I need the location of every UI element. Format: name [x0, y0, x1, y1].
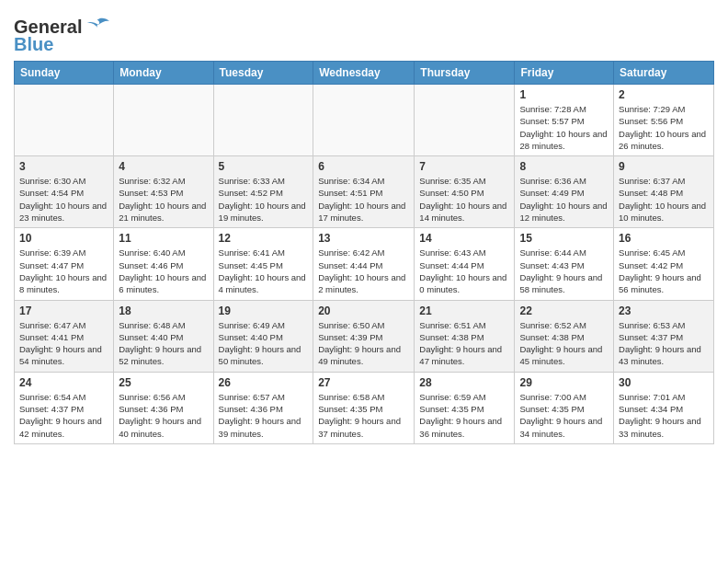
calendar-cell: 17Sunrise: 6:47 AMSunset: 4:41 PMDayligh… [15, 300, 114, 372]
day-number: 6 [318, 160, 409, 173]
day-number: 11 [119, 232, 208, 245]
calendar-cell: 5Sunrise: 6:33 AMSunset: 4:52 PMDaylight… [213, 156, 313, 228]
day-number: 23 [619, 304, 709, 317]
day-number: 17 [19, 304, 108, 317]
day-number: 22 [519, 304, 609, 317]
calendar-week-row: 24Sunrise: 6:54 AMSunset: 4:37 PMDayligh… [15, 372, 714, 443]
day-info: Sunrise: 7:28 AMSunset: 5:57 PMDaylight:… [519, 103, 609, 152]
calendar-week-row: 17Sunrise: 6:47 AMSunset: 4:41 PMDayligh… [15, 300, 714, 372]
calendar-cell [313, 85, 415, 156]
day-number: 29 [519, 376, 609, 389]
calendar-cell [114, 85, 213, 156]
day-number: 3 [19, 160, 108, 173]
day-number: 5 [219, 160, 309, 173]
day-number: 21 [419, 304, 509, 317]
header: General Blue [14, 9, 714, 55]
logo: General Blue [14, 17, 111, 55]
day-number: 14 [419, 232, 509, 245]
day-number: 10 [19, 232, 108, 245]
day-info: Sunrise: 6:50 AMSunset: 4:39 PMDaylight:… [318, 319, 409, 368]
calendar-cell: 2Sunrise: 7:29 AMSunset: 5:56 PMDaylight… [614, 85, 714, 156]
day-info: Sunrise: 6:41 AMSunset: 4:45 PMDaylight:… [219, 247, 309, 295]
day-info: Sunrise: 6:37 AMSunset: 4:48 PMDaylight:… [619, 175, 709, 224]
calendar-cell: 30Sunrise: 7:01 AMSunset: 4:34 PMDayligh… [614, 372, 714, 443]
day-number: 18 [119, 304, 208, 317]
day-number: 4 [119, 160, 208, 173]
day-info: Sunrise: 7:01 AMSunset: 4:34 PMDaylight:… [619, 391, 709, 440]
day-info: Sunrise: 6:47 AMSunset: 4:41 PMDaylight:… [19, 319, 108, 368]
calendar-cell [415, 85, 515, 156]
day-number: 13 [318, 232, 409, 245]
weekday-header-saturday: Saturday [614, 62, 714, 85]
day-number: 12 [219, 232, 309, 245]
weekday-header-tuesday: Tuesday [213, 62, 313, 85]
day-info: Sunrise: 6:52 AMSunset: 4:38 PMDaylight:… [519, 319, 609, 368]
calendar-cell: 29Sunrise: 7:00 AMSunset: 4:35 PMDayligh… [515, 372, 614, 443]
calendar-cell: 3Sunrise: 6:30 AMSunset: 4:54 PMDaylight… [15, 156, 114, 228]
calendar-cell: 8Sunrise: 6:36 AMSunset: 4:49 PMDaylight… [515, 156, 614, 228]
calendar-cell: 27Sunrise: 6:58 AMSunset: 4:35 PMDayligh… [313, 372, 415, 443]
calendar-cell: 11Sunrise: 6:40 AMSunset: 4:46 PMDayligh… [114, 228, 213, 300]
day-info: Sunrise: 6:43 AMSunset: 4:44 PMDaylight:… [419, 247, 509, 295]
day-number: 28 [419, 376, 509, 389]
calendar-week-row: 10Sunrise: 6:39 AMSunset: 4:47 PMDayligh… [15, 228, 714, 300]
calendar-cell: 10Sunrise: 6:39 AMSunset: 4:47 PMDayligh… [15, 228, 114, 300]
calendar-cell: 6Sunrise: 6:34 AMSunset: 4:51 PMDaylight… [313, 156, 415, 228]
calendar-cell: 14Sunrise: 6:43 AMSunset: 4:44 PMDayligh… [415, 228, 515, 300]
weekday-header-monday: Monday [114, 62, 213, 85]
day-number: 7 [419, 160, 509, 173]
day-number: 8 [519, 160, 609, 173]
day-info: Sunrise: 6:56 AMSunset: 4:36 PMDaylight:… [119, 391, 208, 440]
weekday-header-row: SundayMondayTuesdayWednesdayThursdayFrid… [15, 62, 714, 85]
day-info: Sunrise: 6:57 AMSunset: 4:36 PMDaylight:… [219, 391, 309, 440]
day-info: Sunrise: 6:39 AMSunset: 4:47 PMDaylight:… [19, 247, 108, 295]
calendar-cell: 12Sunrise: 6:41 AMSunset: 4:45 PMDayligh… [213, 228, 313, 300]
weekday-header-wednesday: Wednesday [313, 62, 415, 85]
day-info: Sunrise: 6:45 AMSunset: 4:42 PMDaylight:… [619, 247, 709, 295]
calendar-cell: 16Sunrise: 6:45 AMSunset: 4:42 PMDayligh… [614, 228, 714, 300]
day-info: Sunrise: 6:54 AMSunset: 4:37 PMDaylight:… [19, 391, 108, 440]
calendar-cell: 19Sunrise: 6:49 AMSunset: 4:40 PMDayligh… [213, 300, 313, 372]
calendar-cell: 20Sunrise: 6:50 AMSunset: 4:39 PMDayligh… [313, 300, 415, 372]
day-info: Sunrise: 7:00 AMSunset: 4:35 PMDaylight:… [519, 391, 609, 440]
day-info: Sunrise: 6:30 AMSunset: 4:54 PMDaylight:… [19, 175, 108, 224]
day-info: Sunrise: 6:48 AMSunset: 4:40 PMDaylight:… [119, 319, 208, 368]
calendar-cell: 24Sunrise: 6:54 AMSunset: 4:37 PMDayligh… [15, 372, 114, 443]
day-info: Sunrise: 6:49 AMSunset: 4:40 PMDaylight:… [219, 319, 309, 368]
day-number: 27 [318, 376, 409, 389]
calendar-week-row: 1Sunrise: 7:28 AMSunset: 5:57 PMDaylight… [15, 85, 714, 156]
calendar-cell: 15Sunrise: 6:44 AMSunset: 4:43 PMDayligh… [515, 228, 614, 300]
day-number: 26 [219, 376, 309, 389]
calendar-cell: 9Sunrise: 6:37 AMSunset: 4:48 PMDaylight… [614, 156, 714, 228]
day-info: Sunrise: 6:42 AMSunset: 4:44 PMDaylight:… [318, 247, 409, 295]
day-info: Sunrise: 6:53 AMSunset: 4:37 PMDaylight:… [619, 319, 709, 368]
weekday-header-friday: Friday [515, 62, 614, 85]
calendar-cell: 13Sunrise: 6:42 AMSunset: 4:44 PMDayligh… [313, 228, 415, 300]
day-info: Sunrise: 6:35 AMSunset: 4:50 PMDaylight:… [419, 175, 509, 224]
calendar-cell: 7Sunrise: 6:35 AMSunset: 4:50 PMDaylight… [415, 156, 515, 228]
day-info: Sunrise: 6:51 AMSunset: 4:38 PMDaylight:… [419, 319, 509, 368]
calendar-cell: 4Sunrise: 6:32 AMSunset: 4:53 PMDaylight… [114, 156, 213, 228]
day-info: Sunrise: 6:59 AMSunset: 4:35 PMDaylight:… [419, 391, 509, 440]
day-number: 15 [519, 232, 609, 245]
day-info: Sunrise: 6:32 AMSunset: 4:53 PMDaylight:… [119, 175, 208, 224]
day-info: Sunrise: 6:40 AMSunset: 4:46 PMDaylight:… [119, 247, 208, 295]
calendar: SundayMondayTuesdayWednesdayThursdayFrid… [14, 61, 714, 444]
day-number: 20 [318, 304, 409, 317]
day-info: Sunrise: 6:58 AMSunset: 4:35 PMDaylight:… [318, 391, 409, 440]
logo-blue-text: Blue [14, 34, 53, 55]
calendar-cell [15, 85, 114, 156]
calendar-cell: 26Sunrise: 6:57 AMSunset: 4:36 PMDayligh… [213, 372, 313, 443]
day-info: Sunrise: 7:29 AMSunset: 5:56 PMDaylight:… [619, 103, 709, 152]
weekday-header-thursday: Thursday [415, 62, 515, 85]
day-number: 16 [619, 232, 709, 245]
day-number: 9 [619, 160, 709, 173]
logo-bird-icon [85, 17, 111, 38]
calendar-cell: 28Sunrise: 6:59 AMSunset: 4:35 PMDayligh… [415, 372, 515, 443]
calendar-cell: 22Sunrise: 6:52 AMSunset: 4:38 PMDayligh… [515, 300, 614, 372]
weekday-header-sunday: Sunday [15, 62, 114, 85]
calendar-cell: 18Sunrise: 6:48 AMSunset: 4:40 PMDayligh… [114, 300, 213, 372]
day-info: Sunrise: 6:34 AMSunset: 4:51 PMDaylight:… [318, 175, 409, 224]
day-number: 24 [19, 376, 108, 389]
calendar-week-row: 3Sunrise: 6:30 AMSunset: 4:54 PMDaylight… [15, 156, 714, 228]
